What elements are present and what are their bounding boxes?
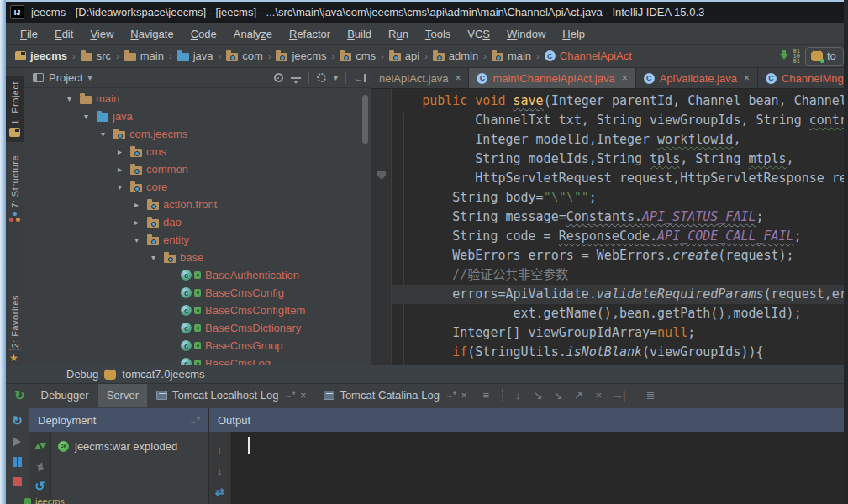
stop-button[interactable] [13, 477, 22, 486]
favorites-star-icon[interactable]: ★ [9, 352, 18, 364]
step-out-icon[interactable]: ↗ [569, 389, 588, 402]
tree-item-basecmslog[interactable]: BaseCmsLog [24, 354, 371, 365]
tree-item-dao[interactable]: ▸dao [24, 213, 371, 231]
tree-expand-icon[interactable]: ▾ [130, 235, 143, 244]
gear-icon[interactable] [317, 73, 326, 82]
pause-button[interactable] [13, 457, 22, 467]
toolwindow-button-structure[interactable]: 7: Structure [6, 150, 24, 227]
breadcrumb-item-api[interactable]: api [387, 49, 422, 63]
scroll-down-icon[interactable]: ↓ [217, 465, 223, 477]
incoming-changes-icon[interactable] [780, 54, 788, 64]
tree-item-cms[interactable]: ▸cms [24, 143, 371, 160]
breadcrumb-item-admin[interactable]: admin [430, 49, 481, 63]
debug-tab-server[interactable]: Server [98, 384, 147, 407]
resume-button[interactable] [13, 437, 26, 447]
tree-expand-icon[interactable]: ▾ [80, 112, 92, 121]
tree-expand-icon[interactable]: ▸ [113, 165, 126, 174]
breadcrumb-item-cms[interactable]: cms [337, 49, 378, 63]
tree-item-com.jeecms[interactable]: ▾com.jeecms [24, 125, 371, 143]
code-text[interactable]: public void save(Integer parentId, Chann… [392, 89, 844, 365]
breadcrumb-item-main[interactable]: main [122, 49, 166, 63]
collapse-all-icon[interactable] [291, 73, 301, 83]
menu-edit[interactable]: Edit [47, 26, 81, 42]
output-console[interactable] [231, 432, 844, 504]
force-step-into-icon[interactable]: ↘ [549, 389, 568, 402]
sync-icon[interactable]: ↺ [34, 480, 45, 492]
tree-item-action.front[interactable]: ▸action.front [24, 196, 371, 213]
code-editor[interactable]: public void save(Integer parentId, Chann… [371, 89, 844, 365]
tree-expand-icon[interactable]: ▾ [147, 253, 160, 262]
pin-icon[interactable]: →* [188, 416, 200, 425]
pin-icon[interactable]: →* [283, 391, 295, 400]
tree-expand-icon[interactable]: ▸ [130, 218, 143, 227]
menu-vcs[interactable]: VCS [460, 26, 498, 42]
editor-tab-apivalidate-java[interactable]: ApiValidate.java× [636, 68, 758, 88]
project-tree-scrollbar[interactable] [362, 95, 368, 144]
gear-dropdown-caret[interactable]: ▾ [334, 73, 338, 82]
editor-tab-nelapiact-java[interactable]: nelApiAct.java× [371, 68, 469, 88]
close-tab-icon[interactable]: × [455, 72, 461, 84]
soft-wrap-icon[interactable]: ⇄ [215, 486, 224, 498]
tree-item-java[interactable]: ▾java [24, 108, 371, 125]
undeploy-icon[interactable] [34, 459, 46, 471]
breadcrumb-item-jeecms[interactable]: jeecms [273, 49, 329, 63]
tree-item-main[interactable]: ▾main [24, 90, 371, 108]
breadcrumb-item-main[interactable]: main [489, 49, 534, 63]
toolwindow-button-project[interactable]: 1: Project [6, 76, 24, 142]
breadcrumb-item-java[interactable]: java [175, 49, 216, 63]
restore-layout-icon[interactable]: ≣ [641, 389, 661, 402]
close-tab-icon[interactable]: × [300, 390, 306, 402]
menu-window[interactable]: Window [499, 26, 553, 42]
close-tab-icon[interactable]: × [744, 72, 750, 84]
tree-expand-icon[interactable]: ▾ [97, 129, 109, 139]
menu-navigate[interactable]: Navigate [123, 26, 181, 42]
menu-run[interactable]: Run [381, 26, 416, 42]
tree-item-baseauthentication[interactable]: BaseAuthentication [24, 266, 371, 284]
menu-build[interactable]: Build [340, 26, 379, 42]
menu-file[interactable]: File [13, 26, 45, 42]
toolwindow-button-favorites[interactable]: 2: Favorites [6, 290, 24, 353]
tree-item-basecmsconfigitem[interactable]: BaseCmsConfigItem [24, 302, 371, 319]
step-into-icon[interactable]: ↘ [529, 389, 548, 402]
rerun-server-icon[interactable]: ↻ [14, 388, 25, 403]
menu-help[interactable]: Help [555, 26, 593, 42]
tree-item-common[interactable]: ▸common [24, 160, 371, 178]
deployment-item[interactable]: jeecms:war exploded [51, 438, 208, 454]
tree-item-basecmsdictionary[interactable]: BaseCmsDictionary [24, 319, 371, 337]
show-execution-point-icon[interactable]: ≡ [477, 389, 496, 402]
breadcrumb-item-jeecms[interactable]: jeecms [13, 49, 70, 63]
menu-code[interactable]: Code [183, 26, 224, 42]
breadcrumb-item-channelapiact[interactable]: ChannelApiAct [542, 49, 635, 63]
debug-tab-tomcat-localhost-log[interactable]: Tomcat Localhost Log→*× [148, 384, 314, 407]
project-view-dropdown[interactable]: ▾ [87, 73, 92, 82]
debug-tab-debugger[interactable]: Debugger [33, 384, 97, 407]
close-tab-icon[interactable]: × [461, 390, 467, 402]
titlebar[interactable]: IJ jeecms - [D:\ideaworkspace\jeecms] - … [0, 0, 848, 23]
breadcrumb-item-src[interactable]: src [78, 49, 113, 63]
menu-analyze[interactable]: Analyze [226, 26, 280, 42]
deploy-icon[interactable] [34, 438, 46, 450]
tree-item-basecmsgroup[interactable]: BaseCmsGroup [24, 337, 371, 354]
tree-expand-icon[interactable]: ▾ [113, 182, 126, 192]
hide-panel-icon[interactable]: ← [354, 74, 366, 82]
scroll-up-icon[interactable]: ↑ [217, 444, 223, 456]
run-to-cursor-icon[interactable]: →| [609, 389, 629, 402]
fold-marker-icon[interactable] [377, 171, 386, 180]
breadcrumb-item-com[interactable]: com [224, 49, 266, 63]
drop-frame-icon[interactable]: × [589, 389, 608, 402]
editor-tab-channelmngimpl[interactable]: ChannelMngImpl [758, 68, 844, 88]
menu-refactor[interactable]: Refactor [282, 26, 338, 42]
update-application-icon[interactable]: ↻ [12, 415, 23, 427]
tree-item-base[interactable]: ▾base [24, 249, 371, 266]
tree-item-entity[interactable]: ▾entity [24, 231, 371, 249]
tree-expand-icon[interactable]: ▾ [63, 94, 76, 103]
editor-gutter[interactable] [371, 89, 392, 365]
menu-tools[interactable]: Tools [418, 26, 458, 42]
debug-tab-tomcat-catalina-log[interactable]: Tomcat Catalina Log→*× [315, 384, 475, 407]
tree-item-core[interactable]: ▾core [24, 178, 371, 196]
close-tab-icon[interactable]: × [622, 72, 628, 84]
tree-expand-icon[interactable]: ▸ [113, 147, 126, 156]
editor-tab-main-channelapiact-java[interactable]: main\ChannelApiAct.java× [469, 68, 635, 88]
tree-item-basecmsconfig[interactable]: BaseCmsConfig [24, 284, 371, 302]
tree-expand-icon[interactable]: ▸ [130, 200, 143, 209]
